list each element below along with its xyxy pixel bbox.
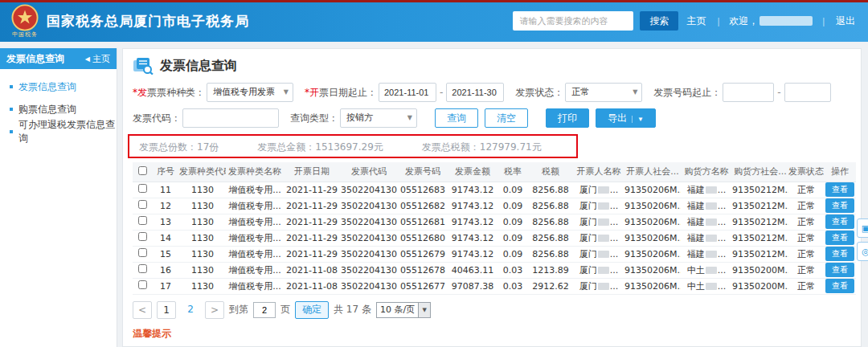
view-button[interactable]: 查看 <box>825 231 854 245</box>
topbar-right: 搜索 主页 ｜ 欢迎， ｜ 退出 <box>513 11 857 31</box>
invoice-status-select[interactable]: 正常▼ <box>565 83 642 102</box>
date-from-input[interactable] <box>379 83 436 102</box>
cell-amount: 97087.38 <box>448 278 497 294</box>
invoice-number-from-input[interactable] <box>723 83 774 102</box>
next-page-button[interactable]: > <box>205 301 224 319</box>
sidebar-item[interactable]: 购票信息查询 <box>0 98 117 120</box>
home-link[interactable]: 主页 <box>686 14 706 28</box>
select-all-cell <box>133 162 152 182</box>
redacted-text <box>706 202 717 210</box>
table-row: 111130增值税专用...2021-11-293502204130055126… <box>133 182 856 198</box>
cell-seller_credit: 91350206M... <box>624 214 681 230</box>
cell-buyer: 福建... <box>681 182 732 198</box>
row-checkbox[interactable] <box>138 248 147 257</box>
cell-status: 正常 <box>788 246 824 262</box>
cell-buyer_credit: 91350212M... <box>732 182 788 198</box>
cell-number: 05512678 <box>398 262 448 278</box>
invoice-code-input[interactable] <box>182 108 279 128</box>
cell-seq: 17 <box>152 278 179 294</box>
cell-tax: 8256.88 <box>528 246 573 262</box>
prev-page-button[interactable]: < <box>133 301 152 319</box>
logout-link[interactable]: 退出 <box>836 14 855 28</box>
cell-action: 查看 <box>824 198 856 214</box>
column-header: 发票号码 <box>398 162 448 182</box>
sidebar-item[interactable]: 可办理退税发票信息查询 <box>0 120 117 143</box>
search-button[interactable]: 搜索 <box>640 11 678 31</box>
view-button[interactable]: 查看 <box>825 279 854 293</box>
goto-page-input[interactable] <box>253 302 276 318</box>
column-header: 购货方社会... <box>732 162 788 182</box>
cell-tax: 8256.88 <box>528 198 573 214</box>
row-checkbox[interactable] <box>138 184 147 193</box>
select-all-checkbox[interactable] <box>138 166 147 175</box>
cell-buyer: 福建... <box>681 198 732 214</box>
view-button[interactable]: 查看 <box>825 247 854 261</box>
total-amount: 发票总金额：1513697.29元 <box>257 141 383 154</box>
clear-button[interactable]: 清空 <box>485 108 528 128</box>
floating-toolbar: ▣ ◎ <box>857 218 868 265</box>
view-button[interactable]: 查看 <box>825 263 854 277</box>
row-checkbox[interactable] <box>138 200 147 209</box>
column-header: 购货方名称 <box>681 162 732 182</box>
sidebar-item[interactable]: 发票信息查询 <box>0 76 117 98</box>
floating-widget-icon-2[interactable]: ◎ <box>857 242 868 261</box>
page-size-select[interactable]: 10 条/页 ▼ <box>376 302 431 318</box>
cell-buyer: 中土... <box>681 262 732 278</box>
cell-seller_credit: 91350206M... <box>624 230 681 246</box>
query-type-label: 查询类型： <box>290 112 338 125</box>
query-type-select[interactable]: 按销方▼ <box>340 108 417 128</box>
chevron-down-icon: ▼ <box>633 84 637 101</box>
invoice-number-to-input[interactable] <box>784 83 831 102</box>
cell-type_code: 1130 <box>179 262 226 278</box>
export-button[interactable]: 导出▼ <box>596 108 656 128</box>
page-number[interactable]: 2 <box>181 301 200 319</box>
floating-widget-icon-1[interactable]: ▣ <box>857 218 868 238</box>
cell-status: 正常 <box>788 214 824 230</box>
invoice-type-label: *发票票种种类： <box>133 86 205 100</box>
page-number[interactable]: 1 <box>157 301 176 319</box>
cell-seller: 厦门... <box>573 262 624 278</box>
column-header: 税率 <box>497 162 528 182</box>
row-checkbox[interactable] <box>138 216 147 225</box>
date-to-input[interactable] <box>446 83 504 102</box>
chevron-down-icon: ▼ <box>284 84 289 101</box>
cell-rate: 0.03 <box>497 278 528 294</box>
invoice-type-select[interactable]: 增值税专用发票▼ <box>207 83 293 102</box>
goto-confirm-button[interactable]: 确定 <box>295 301 329 319</box>
query-button[interactable]: 查询 <box>435 108 478 128</box>
cell-type_code: 1130 <box>179 246 226 262</box>
column-header: 序号 <box>152 162 179 182</box>
cell-amount: 40463.11 <box>448 262 497 278</box>
invoice-number-range-label: 发票号码起止： <box>653 86 721 100</box>
row-checkbox-cell <box>133 278 152 294</box>
cell-seller: 厦门... <box>573 230 624 246</box>
back-to-home[interactable]: ◀主页 <box>85 53 110 65</box>
redacted-text <box>598 235 609 242</box>
cell-date: 2021-11-29 <box>284 230 340 246</box>
row-checkbox[interactable] <box>138 232 147 241</box>
view-button[interactable]: 查看 <box>825 182 854 197</box>
cell-buyer_credit: 91350212M... <box>732 246 788 262</box>
cell-seller: 厦门... <box>573 278 624 294</box>
row-checkbox[interactable] <box>138 264 147 273</box>
cell-amount: 91743.12 <box>448 182 497 198</box>
cell-buyer_credit: 91350212M... <box>732 214 788 230</box>
cell-buyer: 福建... <box>681 214 732 230</box>
cell-tax: 8256.88 <box>528 214 573 230</box>
view-button[interactable]: 查看 <box>825 214 854 229</box>
row-checkbox-cell <box>133 214 152 230</box>
cell-seller_credit: 91350206M... <box>624 278 681 294</box>
cell-type_name: 增值税专用... <box>226 182 284 198</box>
redacted-text <box>598 218 609 226</box>
print-button[interactable]: 打印 <box>546 108 589 128</box>
page-title-row: 发票信息查询 <box>133 57 851 75</box>
search-input[interactable] <box>513 11 633 31</box>
app-header: 中国税务 国家税务总局厦门市电子税务局 搜索 主页 ｜ 欢迎， ｜ 退出 <box>0 0 868 42</box>
view-button[interactable]: 查看 <box>825 198 854 213</box>
column-header: 开票日期 <box>284 162 340 182</box>
cell-rate: 0.09 <box>497 246 528 262</box>
cell-number: 05512677 <box>398 278 448 294</box>
cell-seq: 11 <box>152 182 179 198</box>
cell-tax: 2912.62 <box>528 278 573 294</box>
row-checkbox[interactable] <box>138 280 147 289</box>
